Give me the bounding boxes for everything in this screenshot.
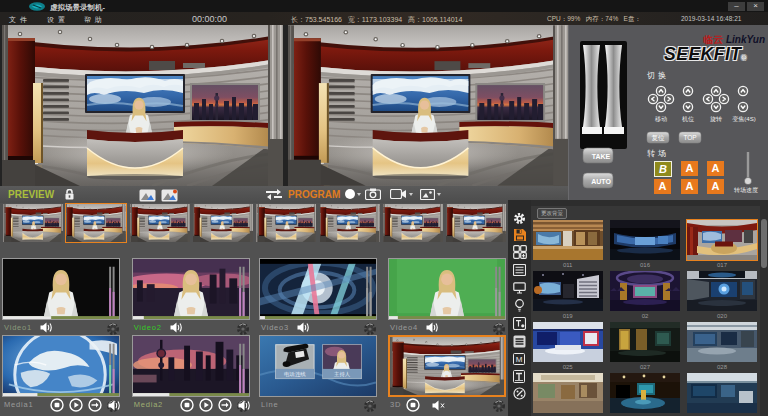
- svg-text:电话连线: 电话连线: [284, 371, 306, 378]
- svg-text:M: M: [516, 355, 523, 364]
- svg-text:主持人: 主持人: [334, 371, 351, 378]
